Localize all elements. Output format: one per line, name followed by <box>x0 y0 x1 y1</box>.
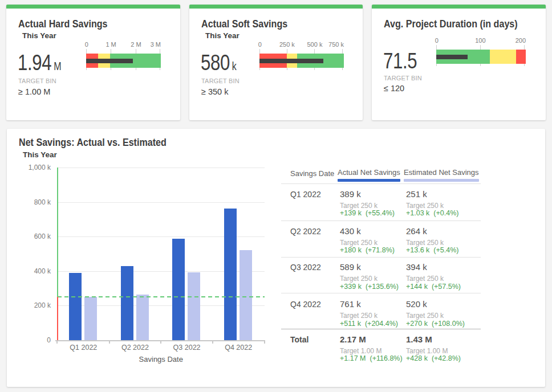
chart-gridline <box>58 202 265 203</box>
kpi-value-unit: k <box>232 60 237 72</box>
bar-actual-q4-2022[interactable] <box>224 209 237 340</box>
bar-estimated-q4-2022[interactable] <box>240 250 252 340</box>
row-label: Q2 2022 <box>290 227 321 236</box>
table-row-q2-2022[interactable]: Q2 2022430 kTarget 250 k+180 k(+71.8%)26… <box>281 226 481 259</box>
chart-gridline <box>58 168 265 168</box>
column-header-savings-date: Savings Date <box>290 169 334 178</box>
cell-target: Target 250 k <box>340 239 378 247</box>
bar-actual-q2-2022[interactable] <box>121 266 133 340</box>
kpi-card-actual-hard-savings[interactable]: Actual Hard Savings This Year 1.94M 01 M… <box>6 5 180 120</box>
cell-target: Target 1.00 M <box>340 347 381 355</box>
cell-delta: +139 k(+55.4%) <box>340 209 395 218</box>
row-separator <box>281 220 481 221</box>
kpi-card-actual-soft-savings[interactable]: Actual Soft Savings This Year 580k 0250 … <box>189 5 363 120</box>
bar-actual-q1-2022[interactable] <box>69 273 82 340</box>
x-axis-title: Savings Date <box>139 356 183 363</box>
bullet-chart: 0100200 <box>436 38 526 66</box>
bar-actual-q3-2022[interactable] <box>172 239 185 340</box>
row-separator <box>281 257 481 258</box>
bar-chart: 0200 k400 k600 k800 k1,000 kQ1 2022Q2 20… <box>7 129 281 387</box>
target-line <box>58 296 265 297</box>
kpi-title: Actual Hard Savings <box>18 18 108 31</box>
table-row-q1-2022[interactable]: Q1 2022389 kTarget 250 k+139 k(+55.4%)25… <box>281 189 481 222</box>
row-separator <box>281 293 481 293</box>
card-accent-strip <box>6 5 180 9</box>
bullet-tick-label: 100 <box>475 38 485 44</box>
bar-estimated-q1-2022[interactable] <box>84 297 97 340</box>
series-color-bar <box>338 179 400 182</box>
cell-delta: +270 k(+108.0%) <box>406 320 465 328</box>
bullet-tick-label: 3 M <box>151 42 161 48</box>
kpi-subtitle: This Year <box>205 31 240 41</box>
y-axis-above-target <box>57 168 58 297</box>
bullet-segment <box>490 50 516 64</box>
bullet-measure-bar <box>436 55 468 59</box>
bullet-tick-label: 250 k <box>279 42 295 48</box>
cell-value: 520 k <box>406 299 427 309</box>
bar-estimated-q3-2022[interactable] <box>188 272 200 340</box>
target-bin-value: ≥ 1.00 M <box>18 87 50 96</box>
x-axis-category-label: Q3 2022 <box>173 344 201 352</box>
kpi-value-unit: M <box>54 60 61 72</box>
cell-target: Target 250 k <box>406 312 444 320</box>
table-row-total[interactable]: Total2.17 MTarget 1.00 M+1.17 M(+116.8%)… <box>281 334 481 367</box>
cell-target: Target 1.00 M <box>406 347 448 355</box>
cell-target: Target 250 k <box>406 202 444 210</box>
x-axis-tick <box>212 340 213 344</box>
kpi-value: 580k <box>201 51 237 74</box>
target-bin-label: TARGET BIN <box>18 77 56 84</box>
cell-delta: +1.17 M(+116.8%) <box>340 354 403 363</box>
bullet-measure-bar <box>86 59 133 63</box>
cell-delta: +1.03 k(+0.4%) <box>406 209 458 218</box>
cell-delta: +144 k(+57.5%) <box>406 283 461 291</box>
bullet-segment <box>516 50 526 64</box>
table-row-q4-2022[interactable]: Q4 2022761 kTarget 250 k+511 k(+204.4%)5… <box>281 299 481 332</box>
kpi-subtitle: This Year <box>22 31 56 41</box>
table-row-q3-2022[interactable]: Q3 2022589 kTarget 250 k+339 k(+135.6%)3… <box>281 262 481 295</box>
cell-value: 589 k <box>340 262 361 272</box>
header-separator <box>281 183 481 184</box>
net-savings-card[interactable]: Net Savings: Actual vs. Estimated This Y… <box>7 129 545 387</box>
row-label: Total <box>290 335 309 345</box>
cell-value: 394 k <box>406 262 427 272</box>
x-axis-tick <box>264 340 265 344</box>
kpi-value: 71.5 <box>383 50 417 72</box>
y-axis-below-target <box>57 297 58 340</box>
bullet-tick-label: 1 M <box>105 42 116 48</box>
bullet-tick-label: 500 k <box>307 42 322 48</box>
cell-value: 761 k <box>340 299 361 309</box>
cell-target: Target 250 k <box>340 275 378 283</box>
cell-value: 251 k <box>406 189 427 199</box>
kpi-title: Actual Soft Savings <box>201 18 287 31</box>
cell-delta: +180 k(+71.8%) <box>340 246 395 255</box>
cell-target: Target 250 k <box>406 275 444 283</box>
kpi-title: Avg. Project Duration (in days) <box>384 18 518 31</box>
y-axis-tick-label: 1,000 k <box>7 164 51 171</box>
y-axis-tick-label: 0 <box>7 337 51 344</box>
row-label: Q4 2022 <box>290 300 321 309</box>
y-axis-tick-label: 800 k <box>7 199 51 206</box>
bullet-measure-bar <box>259 59 323 63</box>
bullet-tick-label: 0 <box>435 38 439 44</box>
bullet-tick-label: 2 M <box>131 42 141 48</box>
cell-value: 430 k <box>340 226 361 236</box>
row-label: Q3 2022 <box>290 263 321 272</box>
cell-delta: +511 k(+204.4%) <box>340 320 398 328</box>
x-axis-category-label: Q2 2022 <box>121 344 149 352</box>
cell-delta: +339 k(+135.6%) <box>340 283 399 291</box>
bullet-chart: 0250 k500 k750 k <box>259 42 344 70</box>
series-color-bar <box>404 179 479 182</box>
kpi-card-avg-project-duration[interactable]: Avg. Project Duration (in days) 71.5 010… <box>372 5 546 120</box>
bar-estimated-q2-2022[interactable] <box>136 295 149 340</box>
card-accent-strip <box>372 5 546 9</box>
x-axis-line <box>55 340 265 341</box>
card-accent-strip <box>189 5 363 9</box>
cell-target: Target 250 k <box>340 312 378 320</box>
column-header-estimated: Estimated Net Savings <box>404 168 479 182</box>
cell-target: Target 250 k <box>406 239 444 247</box>
bullet-tick-label: 200 <box>516 38 526 44</box>
cell-value: 1.43 M <box>406 334 432 345</box>
row-separator <box>281 329 481 329</box>
cell-target: Target 250 k <box>340 202 378 210</box>
y-axis-tick-label: 200 k <box>7 302 51 309</box>
